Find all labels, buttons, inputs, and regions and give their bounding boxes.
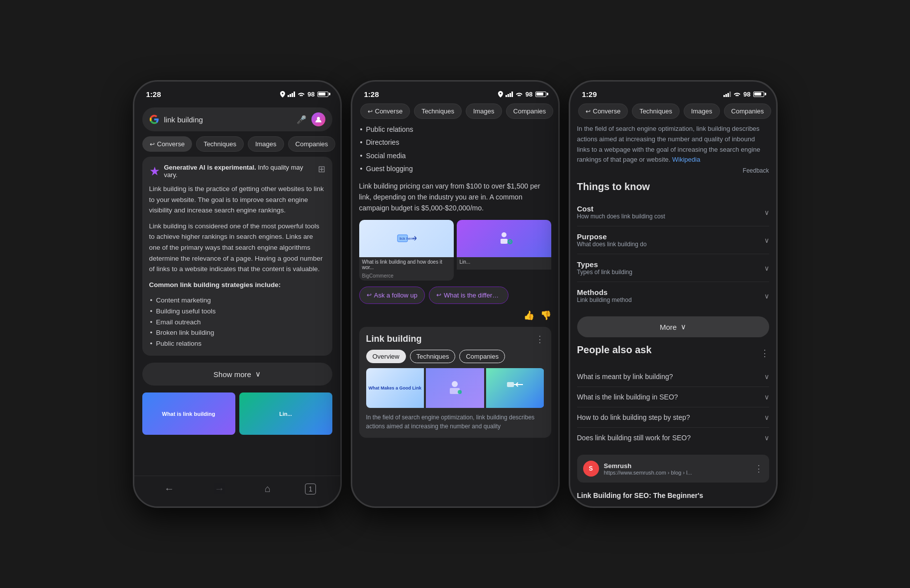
video-img-1: What is link building — [142, 392, 235, 435]
bullet-section-2: Public relations Directories Social medi… — [359, 124, 551, 175]
mic-icon-1[interactable]: 🎤 — [297, 115, 306, 124]
tab-images-1[interactable]: Images — [248, 136, 284, 152]
wifi-icon-1 — [298, 92, 305, 97]
phones-container: 1:28 98 link — [133, 80, 778, 508]
video-card-2[interactable]: Lin... — [457, 220, 551, 281]
paa-more-dots[interactable]: ⋮ — [760, 348, 769, 359]
chevron-paa-2: ∨ — [764, 393, 769, 401]
google-logo — [149, 114, 159, 124]
phone-1: 1:28 98 link — [133, 80, 342, 508]
know-methods-sub: Link building method — [577, 296, 632, 303]
svg-rect-20 — [727, 93, 729, 97]
ai-sparkle-icon — [149, 166, 160, 177]
chevron-paa-1: ∨ — [764, 373, 769, 381]
tab-images-2[interactable]: Images — [466, 103, 502, 119]
chevron-paa-3: ∨ — [764, 413, 769, 421]
status-icons-3: 98 — [723, 91, 764, 98]
source-card-semrush[interactable]: S Semrush https://www.semrush.com › blog… — [577, 455, 769, 483]
video-row-1: What is link building Lin... — [142, 392, 332, 435]
svg-rect-8 — [511, 92, 513, 97]
tab-companies-1[interactable]: Companies — [288, 136, 336, 152]
feedback-link[interactable]: Feedback — [577, 167, 769, 174]
search-bar-1[interactable]: link building 🎤 — [142, 107, 332, 131]
know-item-purpose[interactable]: Purpose What does link building do ∨ — [577, 226, 769, 254]
tab-converse-3[interactable]: ↩ Converse — [578, 103, 628, 119]
ask-follow-up-btn[interactable]: ↩ Ask a follow up — [359, 287, 425, 304]
know-item-types[interactable]: Types Types of link building ∨ — [577, 254, 769, 282]
tabs-btn-1[interactable]: 1 — [305, 484, 316, 494]
svg-rect-0 — [288, 95, 289, 97]
thumbs-down-btn[interactable]: 👎 — [540, 310, 551, 321]
know-item-cost[interactable]: Cost How much does link building cost ∨ — [577, 198, 769, 226]
tab-techniques-3[interactable]: Techniques — [632, 103, 680, 119]
tab-companies-3[interactable]: Companies — [724, 103, 772, 119]
paa-title: People also ask — [577, 344, 652, 356]
sub-tab-overview[interactable]: Overview — [366, 350, 406, 363]
user-avatar-1[interactable] — [311, 112, 325, 126]
strategy-item: Building useful tools — [149, 306, 325, 317]
tabs-row-1: ↩ Converse Techniques Images Companies — [134, 136, 340, 157]
sub-tab-techniques[interactable]: Techniques — [410, 350, 456, 363]
know-item-methods[interactable]: Methods Link building method ∨ — [577, 282, 769, 309]
show-more-btn[interactable]: Show more ∨ — [142, 363, 332, 386]
tab-images-3[interactable]: Images — [684, 103, 720, 119]
grid-icon[interactable]: ⊞ — [318, 164, 325, 175]
signal-icon-2 — [506, 92, 513, 97]
scroll-content-1[interactable]: Generative AI is experimental. Info qual… — [134, 157, 340, 476]
ai-title: Generative AI is experimental. Info qual… — [164, 164, 317, 179]
svg-rect-21 — [729, 92, 731, 97]
wiki-link[interactable]: Wikipedia — [672, 156, 700, 163]
people-also-ask-section: People also ask ⋮ What is meant by link … — [577, 344, 769, 448]
vc-thumb-1: lick here — [359, 220, 454, 257]
tab-converse-2[interactable]: ↩ Converse — [360, 103, 410, 119]
paa-item-1[interactable]: What is meant by link building? ∨ — [577, 367, 769, 387]
lb-section-header: Link building ⋮ — [366, 334, 544, 345]
things-title: Things to know — [577, 181, 769, 193]
chevron-more-icon: ∨ — [681, 322, 686, 331]
thumbs-up-btn[interactable]: 👍 — [523, 310, 534, 321]
paa-q4: Does link building still work for SEO? — [577, 434, 764, 442]
video-thumb-1[interactable]: What is link building — [142, 392, 235, 435]
followup-icon-2: ↩ — [436, 292, 441, 298]
svg-rect-19 — [725, 94, 727, 97]
video-img-2: Lin... — [239, 392, 332, 435]
more-dots-btn[interactable]: ⋮ — [535, 334, 544, 345]
lb-img-2 — [426, 368, 484, 408]
battery-icon-2 — [535, 92, 546, 97]
ai-header-1: Generative AI is experimental. Info qual… — [149, 164, 325, 179]
video-thumb-2[interactable]: Lin... — [239, 392, 332, 435]
chevron-types: ∨ — [764, 264, 769, 272]
svg-rect-18 — [723, 95, 725, 97]
home-btn-1[interactable]: ⌂ — [259, 481, 277, 496]
feedback-row-2: 👍 👎 — [359, 310, 551, 321]
difference-btn[interactable]: ↩ What is the difference between — [429, 287, 508, 304]
paa-item-2[interactable]: What is the link building in SEO? ∨ — [577, 387, 769, 407]
status-icons-1: 98 — [280, 91, 328, 98]
svg-rect-6 — [507, 94, 509, 97]
status-icons-2: 98 — [498, 91, 546, 98]
back-btn-1[interactable]: ← — [158, 481, 180, 496]
know-purpose-title: Purpose — [577, 232, 647, 241]
time-3: 1:29 — [582, 90, 597, 98]
tabs-row-3: ↩ Converse Techniques Images Companies — [570, 103, 776, 124]
chevron-purpose: ∨ — [764, 236, 769, 244]
paa-item-3[interactable]: How to do link building step by step? ∨ — [577, 407, 769, 428]
sub-tab-companies[interactable]: Companies — [459, 350, 505, 363]
forward-btn-1[interactable]: → — [208, 481, 230, 496]
video-card-1[interactable]: lick here What is link building and how … — [359, 220, 454, 281]
paa-item-4[interactable]: Does link building still work for SEO? ∨ — [577, 428, 769, 448]
tab-techniques-2[interactable]: Techniques — [414, 103, 462, 119]
source-article-title: Link Building for SEO: The Beginner's — [577, 491, 769, 499]
tab-techniques-1[interactable]: Techniques — [196, 136, 244, 152]
source-more-dots[interactable]: ⋮ — [754, 463, 763, 474]
sub-tabs-row: Overview Techniques Companies — [366, 350, 544, 363]
p2-scroll-content[interactable]: Public relations Directories Social medi… — [352, 124, 558, 506]
lb-img-3 — [486, 368, 544, 408]
battery-icon-3 — [753, 92, 764, 97]
tab-converse-1[interactable]: ↩ Converse — [142, 136, 193, 152]
converse-icon-2: ↩ — [368, 108, 373, 115]
more-btn-3[interactable]: More ∨ — [577, 316, 769, 337]
tab-companies-2[interactable]: Companies — [506, 103, 554, 119]
p3-scroll-content[interactable]: In the field of search engine optimizati… — [570, 124, 776, 506]
nav-bar-1: ← → ⌂ 1 — [134, 476, 340, 506]
